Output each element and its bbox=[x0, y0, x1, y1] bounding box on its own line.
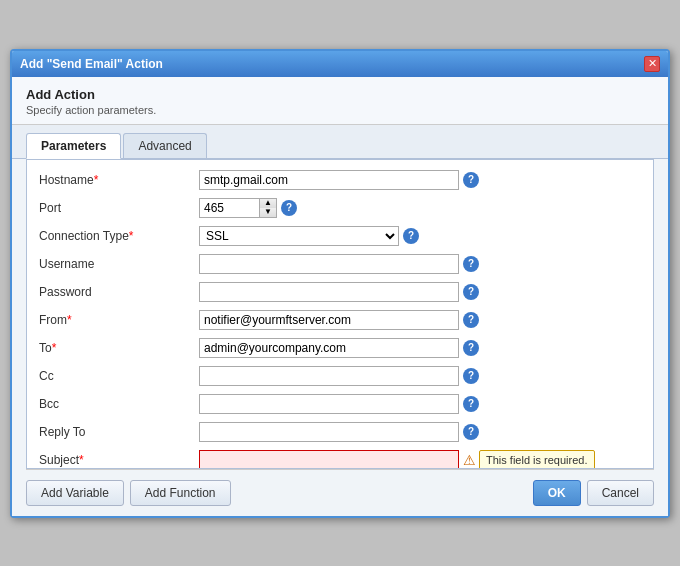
tab-parameters[interactable]: Parameters bbox=[26, 133, 121, 159]
right-buttons-group: OK Cancel bbox=[533, 480, 654, 506]
label-username: Username bbox=[39, 257, 199, 271]
form-scroll: Hostname* ? Port ▲ ▼ ? bbox=[27, 160, 653, 469]
row-to: To* ? bbox=[37, 334, 643, 362]
help-connection[interactable]: ? bbox=[403, 228, 419, 244]
error-tooltip-subject: ⚠ This field is required. bbox=[463, 450, 595, 469]
input-wrap-port: ▲ ▼ ? bbox=[199, 198, 641, 218]
row-username: Username ? bbox=[37, 250, 643, 278]
bottom-buttons: Add Variable Add Function OK Cancel bbox=[12, 470, 668, 516]
row-hostname: Hostname* ? bbox=[37, 166, 643, 194]
dialog-header: Add Action Specify action parameters. bbox=[12, 77, 668, 125]
label-subject: Subject* bbox=[39, 453, 199, 467]
input-wrap-from: ? bbox=[199, 310, 641, 330]
label-bcc: Bcc bbox=[39, 397, 199, 411]
input-cc[interactable] bbox=[199, 366, 459, 386]
warning-icon: ⚠ bbox=[463, 452, 476, 468]
label-password: Password bbox=[39, 285, 199, 299]
action-title: Add Action bbox=[26, 87, 654, 102]
cancel-button[interactable]: Cancel bbox=[587, 480, 654, 506]
ok-button[interactable]: OK bbox=[533, 480, 581, 506]
left-buttons-group: Add Variable Add Function bbox=[26, 480, 231, 506]
input-username[interactable] bbox=[199, 254, 459, 274]
help-bcc[interactable]: ? bbox=[463, 396, 479, 412]
input-wrap-connection: SSL TLS None ? bbox=[199, 226, 641, 246]
input-reply-to[interactable] bbox=[199, 422, 459, 442]
help-username[interactable]: ? bbox=[463, 256, 479, 272]
input-wrap-hostname: ? bbox=[199, 170, 641, 190]
label-from: From* bbox=[39, 313, 199, 327]
add-function-button[interactable]: Add Function bbox=[130, 480, 231, 506]
row-from: From* ? bbox=[37, 306, 643, 334]
select-connection-type[interactable]: SSL TLS None bbox=[199, 226, 399, 246]
action-subtitle: Specify action parameters. bbox=[26, 104, 654, 116]
input-password[interactable] bbox=[199, 282, 459, 302]
port-group: ▲ ▼ bbox=[199, 198, 277, 218]
input-bcc[interactable] bbox=[199, 394, 459, 414]
add-variable-button[interactable]: Add Variable bbox=[26, 480, 124, 506]
tabs-area: Parameters Advanced bbox=[12, 125, 668, 159]
row-reply-to: Reply To ? bbox=[37, 418, 643, 446]
label-reply-to: Reply To bbox=[39, 425, 199, 439]
row-connection-type: Connection Type* SSL TLS None ? bbox=[37, 222, 643, 250]
required-to: * bbox=[52, 341, 57, 355]
error-message-subject: This field is required. bbox=[479, 450, 595, 469]
label-cc: Cc bbox=[39, 369, 199, 383]
row-password: Password ? bbox=[37, 278, 643, 306]
required-hostname: * bbox=[94, 173, 99, 187]
input-to[interactable] bbox=[199, 338, 459, 358]
dialog: Add "Send Email" Action ✕ Add Action Spe… bbox=[10, 49, 670, 518]
required-connection: * bbox=[129, 229, 134, 243]
label-port: Port bbox=[39, 201, 199, 215]
label-to: To* bbox=[39, 341, 199, 355]
form-area: Hostname* ? Port ▲ ▼ ? bbox=[26, 159, 654, 469]
required-from: * bbox=[67, 313, 72, 327]
input-hostname[interactable] bbox=[199, 170, 459, 190]
label-connection-type: Connection Type* bbox=[39, 229, 199, 243]
help-password[interactable]: ? bbox=[463, 284, 479, 300]
port-spinner: ▲ ▼ bbox=[259, 198, 277, 218]
input-wrap-reply-to: ? bbox=[199, 422, 641, 442]
help-hostname[interactable]: ? bbox=[463, 172, 479, 188]
dialog-title: Add "Send Email" Action bbox=[20, 57, 163, 71]
input-wrap-to: ? bbox=[199, 338, 641, 358]
tab-advanced[interactable]: Advanced bbox=[123, 133, 206, 158]
help-reply-to[interactable]: ? bbox=[463, 424, 479, 440]
label-hostname: Hostname* bbox=[39, 173, 199, 187]
close-button[interactable]: ✕ bbox=[644, 56, 660, 72]
input-port[interactable] bbox=[199, 198, 259, 218]
row-cc: Cc ? bbox=[37, 362, 643, 390]
input-wrap-subject: ⚠ This field is required. bbox=[199, 450, 641, 469]
row-subject: Subject* ⚠ This field is required. bbox=[37, 446, 643, 469]
input-wrap-password: ? bbox=[199, 282, 641, 302]
input-subject[interactable] bbox=[199, 450, 459, 469]
required-subject: * bbox=[79, 453, 84, 467]
row-bcc: Bcc ? bbox=[37, 390, 643, 418]
input-wrap-username: ? bbox=[199, 254, 641, 274]
port-down-btn[interactable]: ▼ bbox=[260, 208, 276, 217]
help-from[interactable]: ? bbox=[463, 312, 479, 328]
help-port[interactable]: ? bbox=[281, 200, 297, 216]
title-bar: Add "Send Email" Action ✕ bbox=[12, 51, 668, 77]
input-wrap-cc: ? bbox=[199, 366, 641, 386]
input-from[interactable] bbox=[199, 310, 459, 330]
input-wrap-bcc: ? bbox=[199, 394, 641, 414]
help-cc[interactable]: ? bbox=[463, 368, 479, 384]
help-to[interactable]: ? bbox=[463, 340, 479, 356]
row-port: Port ▲ ▼ ? bbox=[37, 194, 643, 222]
